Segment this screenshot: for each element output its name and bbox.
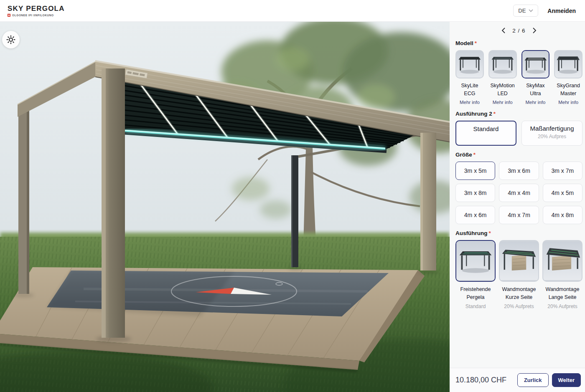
model-option-skymotion-led[interactable]: SkyMotionLED Mehr info <box>488 50 517 105</box>
size-option-3x6[interactable]: 3m x 6m <box>499 162 539 180</box>
section-label-ausfuehrung2: Ausführung 2* <box>455 111 582 117</box>
back-button[interactable]: Zurlick <box>517 373 549 387</box>
login-button[interactable]: Anmeiden <box>547 8 576 14</box>
model-thumbnail <box>488 50 517 78</box>
variant-freistehend[interactable]: FreistehendePergela Standard <box>455 240 496 310</box>
size-option-4x6[interactable]: 4m x 6m <box>455 206 495 224</box>
size-grid: 3m x 5m 3m x 6m 3m x 7m 3m x 8m 4m x 4m … <box>455 162 582 224</box>
size-option-3x8[interactable]: 3m x 8m <box>455 184 495 202</box>
model-thumbnail <box>455 50 484 78</box>
sun-icon <box>6 35 15 44</box>
brand-tagline: OLGONEE IFI IINFILOKUNO <box>12 14 54 17</box>
size-option-3x7[interactable]: 3m x 7m <box>543 162 582 180</box>
brand-logo: SKY PERGOLA OLGONEE IFI IINFILOKUNO <box>8 5 65 17</box>
price-footer: 10.180,00 CHF Zurlick Welter <box>450 368 585 392</box>
total-price: 10.180,00 CHF <box>455 376 506 384</box>
daylight-toggle-button[interactable] <box>2 31 20 48</box>
section-label-modell: Modell* <box>455 40 582 46</box>
chevron-left-icon <box>501 28 506 33</box>
execution2-options: Standard Maßanfertigung 20% Aufpres <box>455 121 582 146</box>
chevron-down-icon <box>529 9 533 12</box>
size-option-3x5[interactable]: 3m x 5m <box>455 162 495 180</box>
size-option-4x8[interactable]: 4m x 8m <box>543 206 582 224</box>
step-indicator: 2 / 6 <box>512 28 525 34</box>
language-selector[interactable]: DE <box>513 5 538 17</box>
section-label-ausfuehrung: Ausführung* <box>455 230 582 236</box>
pergola-3d-viewer[interactable] <box>0 22 450 392</box>
pergola-front-right-post <box>420 133 436 271</box>
more-info-link[interactable]: Mehr info <box>493 100 513 105</box>
more-info-link[interactable]: Mehr info <box>525 100 545 105</box>
brand-mark-icon <box>8 14 10 17</box>
option-standard[interactable]: Standard <box>455 121 516 146</box>
model-option-skymax-ultra[interactable]: SkyMaxUltra Mehr info <box>521 50 550 105</box>
more-info-link[interactable]: Mehr info <box>460 100 480 105</box>
variant-thumbnail <box>542 240 582 282</box>
next-step-button[interactable] <box>532 27 537 34</box>
brand-title: SKY PERGOLA <box>8 5 65 13</box>
variant-thumbnail <box>455 240 496 282</box>
model-option-skylite-ecg[interactable]: SkyLiteECG Mehr info <box>455 50 484 105</box>
language-value: DE <box>518 8 526 14</box>
model-grid: SkyLiteECG Mehr info SkyMotionLED Mehr i… <box>455 50 582 105</box>
pergola-scene <box>0 22 450 392</box>
pergola-front-left-post <box>102 68 125 338</box>
stone-pad <box>47 271 389 316</box>
size-option-4x5[interactable]: 4m x 5m <box>543 184 582 202</box>
step-pager: 2 / 6 <box>455 27 582 34</box>
chevron-right-icon <box>532 28 537 33</box>
size-option-4x7[interactable]: 4m x 7m <box>499 206 539 224</box>
variant-wand-lange-seite[interactable]: WandmontageLange Seite 20% Aufprets <box>542 240 582 310</box>
option-massanfertigung[interactable]: Maßanfertigung 20% Aufpres <box>521 121 582 146</box>
more-info-link[interactable]: Mehr info <box>558 100 578 105</box>
next-button[interactable]: Welter <box>552 373 581 387</box>
size-option-4x4[interactable]: 4m x 4m <box>499 184 539 202</box>
model-option-skygrand-master[interactable]: SkyGrandMaster Mehr info <box>554 50 582 105</box>
prev-step-button[interactable] <box>501 27 506 34</box>
variant-wand-kurze-seite[interactable]: WandmontageKurze Seite 20% Aufprets <box>499 240 539 310</box>
app-header: SKY PERGOLA OLGONEE IFI IINFILOKUNO DE A… <box>0 0 585 22</box>
model-thumbnail <box>554 50 582 78</box>
section-label-groesse: Größe* <box>455 152 582 158</box>
model-thumbnail <box>521 50 550 78</box>
variant-grid: FreistehendePergela Standard Wandmontage… <box>455 240 582 310</box>
variant-thumbnail <box>499 240 539 282</box>
configurator-panel: 2 / 6 Modell* SkyLiteECG Mehr info <box>450 22 585 392</box>
